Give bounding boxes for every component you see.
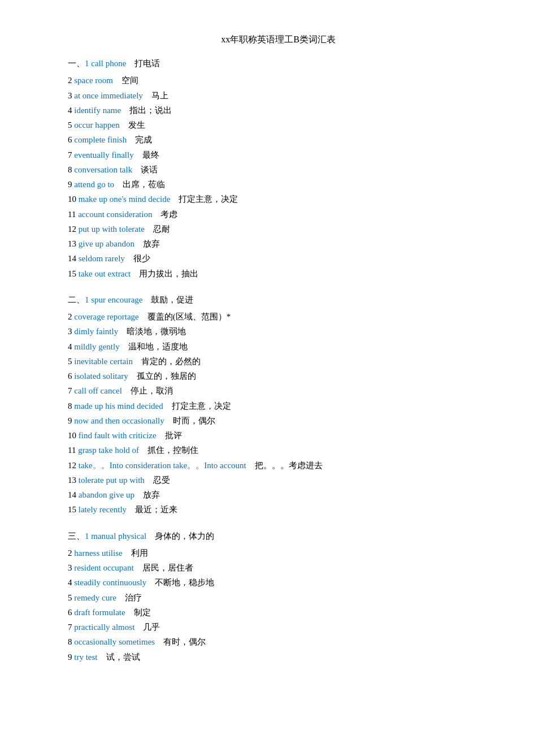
- vocab-item-3-7: 7 practically almost 几乎: [68, 620, 489, 634]
- page-title: xx年职称英语理工B类词汇表: [68, 34, 489, 46]
- vocab-item-1-12: 12 put up with tolerate 忍耐: [68, 222, 489, 236]
- vocab-item-1-6: 6 complete finish 完成: [68, 132, 489, 147]
- vocab-item-3-8: 8 occasionally sometimes 有时，偶尔: [68, 634, 489, 649]
- vocab-item-3-2: 2 harness utilise 利用: [68, 546, 489, 560]
- vocab-item-2-5: 5 inevitable certain 肯定的，必然的: [68, 354, 489, 369]
- section-1: 一、1 call phone 打电话 2 space room 空间 3 at …: [68, 56, 489, 281]
- vocab-item-2-3: 3 dimly faintly 暗淡地，微弱地: [68, 324, 489, 339]
- vocab-item-1-10: 10 make up one's mind decide 打定主意，决定: [68, 192, 489, 206]
- vocab-item-1-4: 4 identify name 指出；说出: [68, 103, 489, 118]
- section-3-header: 三、1 manual physical 身体的，体力的: [68, 529, 489, 543]
- section-2: 二、1 spur encourage 鼓励，促进 2 coverage repo…: [68, 292, 489, 517]
- vocab-item-3-5: 5 remedy cure 治疗: [68, 590, 489, 605]
- vocab-item-3-9: 9 try test 试，尝试: [68, 650, 489, 664]
- vocab-item-2-9: 9 now and then occasionally 时而，偶尔: [68, 413, 489, 428]
- vocab-item-2-13: 13 tolerate put up with 忍受: [68, 473, 489, 487]
- vocab-item-1-9: 9 attend go to 出席，莅临: [68, 177, 489, 192]
- vocab-item-3-6: 6 draft formulate 制定: [68, 605, 489, 620]
- vocab-item-2-10: 10 find fault with criticize 批评: [68, 428, 489, 443]
- vocab-item-1-8: 8 conversation talk 谈话: [68, 162, 489, 177]
- vocab-item-2-12: 12 take。。Into consideration take。。Into a…: [68, 458, 489, 473]
- vocab-item-2-14: 14 abandon give up 放弃: [68, 487, 489, 502]
- section-3: 三、1 manual physical 身体的，体力的 2 harness ut…: [68, 529, 489, 664]
- vocab-item-1-5: 5 occur happen 发生: [68, 118, 489, 132]
- vocab-item-2-4: 4 mildly gently 温和地，适度地: [68, 339, 489, 354]
- vocab-item-2-2: 2 coverage reportage 覆盖的(区域、范围）*: [68, 309, 489, 324]
- vocab-item-1-11: 11 account consideration 考虑: [68, 207, 489, 222]
- vocab-item-1-7: 7 eventually finally 最终: [68, 148, 489, 162]
- vocab-item-1-13: 13 give up abandon 放弃: [68, 236, 489, 251]
- vocab-item-1-2: 2 space room 空间: [68, 73, 489, 88]
- vocab-item-2-11: 11 grasp take hold of 抓住，控制住: [68, 443, 489, 457]
- section-1-header: 一、1 call phone 打电话: [68, 56, 489, 71]
- vocab-item-2-15: 15 lately recently 最近；近来: [68, 502, 489, 517]
- vocab-item-1-15: 15 take out extract 用力拔出，抽出: [68, 266, 489, 281]
- vocab-item-2-6: 6 isolated solitary 孤立的，独居的: [68, 369, 489, 383]
- vocab-item-1-3: 3 at once immediately 马上: [68, 88, 489, 103]
- vocab-item-3-3: 3 resident occupant 居民，居住者: [68, 560, 489, 575]
- vocab-item-1-14: 14 seldom rarely 很少: [68, 251, 489, 266]
- vocab-item-2-8: 8 made up his mind decided 打定主意，决定: [68, 399, 489, 413]
- section-2-header: 二、1 spur encourage 鼓励，促进: [68, 292, 489, 307]
- vocab-item-2-7: 7 call off cancel 停止，取消: [68, 383, 489, 398]
- vocab-item-3-4: 4 steadily continuously 不断地，稳步地: [68, 575, 489, 590]
